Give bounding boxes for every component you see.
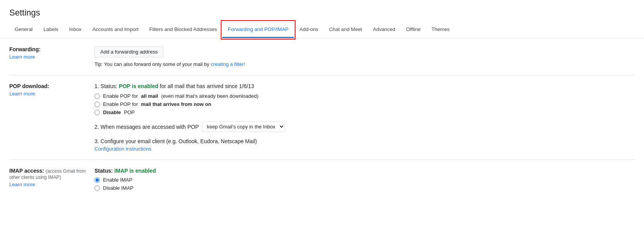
tip-text-static: Tip: You can also forward only some of y… [94,61,210,67]
tab-offline[interactable]: Offline [401,22,426,38]
pop-option1-prefix: Enable POP for [103,93,138,99]
imap-radio-disable[interactable] [94,185,100,191]
imap-status-line: Status: IMAP is enabled [94,168,635,174]
pop-option1-suffix: (even mail that's already been downloade… [161,93,258,99]
tab-advanced[interactable]: Advanced [368,22,401,38]
imap-label-col: IMAP access: (access Gmail from other cl… [9,168,94,193]
imap-status-prefix: Status: [94,168,113,174]
page-title: Settings [0,0,644,22]
pop-option2-bold: mail that arrives from now on [141,101,211,107]
tab-themes[interactable]: Themes [426,22,455,38]
imap-disable-option: Disable IMAP [94,185,635,191]
tab-chat-meet[interactable]: Chat and Meet [324,22,368,38]
add-forwarding-button[interactable]: Add a forwarding address [94,46,163,57]
imap-learn-more[interactable]: Learn more [9,182,88,187]
pop-option-all-mail: Enable POP for all mail (even mail that'… [94,93,635,99]
pop-option3-bold: Disable [103,109,121,115]
imap-enable-option: Enable IMAP [94,177,635,183]
pop-radio-disable[interactable] [94,110,100,115]
pop-option1-bold: all mail [141,93,158,99]
pop-option2-prefix: Enable POP for [103,101,138,107]
pop-enabled-text: POP is enabled [119,83,158,89]
pop-title: POP download: [9,83,49,89]
imap-disable-label: Disable IMAP [103,185,134,191]
pop-when-accessed: 2. When messages are accessed with POP k… [94,121,635,132]
tab-inbox[interactable]: Inbox [64,22,87,38]
pop-content: 1. Status: POP is enabled for all mail t… [94,83,635,152]
tab-addons[interactable]: Add-ons [294,22,323,38]
forwarding-content: Add a forwarding address Tip: You can al… [94,46,635,67]
tab-forwarding[interactable]: Forwarding and POP/IMAP [222,22,294,38]
pop-download-section: POP download: Learn more 1. Status: POP … [9,75,635,160]
forwarding-label: Forwarding: Learn more [9,46,94,67]
pop-option3-suffix: POP [124,109,134,115]
imap-content: Status: IMAP is enabled Enable IMAP Disa… [94,168,635,193]
tab-labels[interactable]: Labels [38,22,64,38]
forwarding-title: Forwarding: [9,46,41,52]
when-accessed-label: 2. When messages are accessed with POP [94,124,199,130]
main-content: Forwarding: Learn more Add a forwarding … [0,38,644,201]
imap-radio-enable[interactable] [94,177,100,183]
configure-label: 3. Configure your email client [94,138,165,144]
imap-enable-label: Enable IMAP [103,177,132,183]
imap-section: IMAP access: (access Gmail from other cl… [9,160,635,201]
pop-option-disable: Disable POP [94,109,635,115]
imap-title: IMAP access: [9,168,44,174]
pop-radio-from-now[interactable] [94,102,100,107]
pop-status-line: 1. Status: POP is enabled for all mail t… [94,83,635,89]
tab-general[interactable]: General [9,22,38,38]
configure-sub: (e.g. Outlook, Eudora, Netscape Mail) [166,138,257,144]
pop-status-prefix: 1. Status: [94,83,117,89]
pop-label: POP download: Learn more [9,83,94,152]
forwarding-learn-more[interactable]: Learn more [9,54,88,60]
pop-option-from-now: Enable POP for mail that arrives from no… [94,101,635,107]
forwarding-section: Forwarding: Learn more Add a forwarding … [9,38,635,75]
tab-filters[interactable]: Filters and Blocked Addresses [144,22,223,38]
tab-accounts-import[interactable]: Accounts and Import [87,22,144,38]
configure-email-section: 3. Configure your email client (e.g. Out… [94,138,635,152]
pop-status-suffix: for all mail that has arrived since 1/6/… [160,83,254,89]
forwarding-tip: Tip: You can also forward only some of y… [94,61,635,67]
imap-enabled-text: IMAP is enabled [114,168,156,174]
configuration-instructions-link[interactable]: Configuration instructions [94,146,635,152]
pop-radio-all-mail[interactable] [94,94,100,99]
tabs-bar: General Labels Inbox Accounts and Import… [0,22,644,38]
pop-copy-select[interactable]: keep Gmail's copy in the Inbox archive G… [202,121,285,132]
creating-filter-link[interactable]: creating a filter! [211,61,245,67]
pop-learn-more[interactable]: Learn more [9,91,88,97]
